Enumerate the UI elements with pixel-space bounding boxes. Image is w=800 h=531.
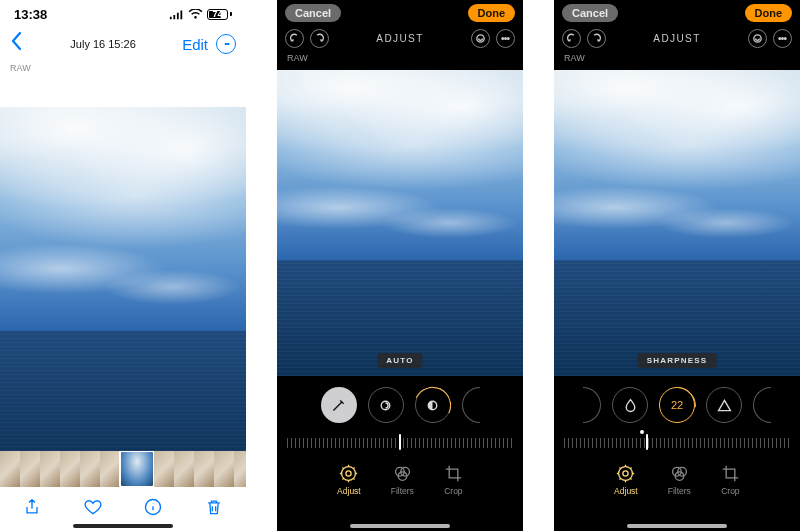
value-ruler[interactable] bbox=[277, 434, 523, 458]
editor-top-bar: Cancel Done bbox=[277, 0, 523, 26]
ruler-origin-dot bbox=[640, 430, 644, 434]
adjustment-dials[interactable]: 22 bbox=[554, 376, 800, 434]
definition-dial[interactable] bbox=[706, 387, 742, 423]
back-button[interactable] bbox=[10, 31, 24, 57]
svg-point-4 bbox=[507, 37, 509, 39]
svg-point-17 bbox=[623, 471, 628, 476]
svg-point-13 bbox=[779, 37, 781, 39]
svg-point-8 bbox=[346, 471, 351, 476]
next-dial-peek[interactable] bbox=[462, 387, 480, 423]
photo-preview[interactable]: AUTO bbox=[277, 70, 523, 376]
more-options-button[interactable] bbox=[496, 29, 515, 48]
raw-badge: RAW bbox=[554, 50, 800, 69]
edit-button[interactable]: Edit bbox=[182, 36, 208, 53]
home-indicator[interactable] bbox=[627, 524, 727, 528]
ruler-cursor[interactable] bbox=[399, 434, 401, 450]
editor-screen-sharpness: Cancel Done ADJUST RAW SHARPNESS 22 bbox=[554, 0, 800, 531]
exposure-dial[interactable] bbox=[368, 387, 404, 423]
editor-tabs: Adjust Filters Crop bbox=[277, 458, 523, 512]
photos-viewer-screen: 13:38 74 July 16 15:26 Edit ··· RAW bbox=[0, 0, 246, 531]
tab-filters[interactable]: Filters bbox=[668, 464, 691, 496]
wifi-icon bbox=[188, 9, 203, 20]
raw-badge: RAW bbox=[0, 60, 246, 79]
svg-point-6 bbox=[428, 401, 437, 410]
home-indicator[interactable] bbox=[73, 524, 173, 528]
undo-button[interactable] bbox=[285, 29, 304, 48]
prev-dial-peek[interactable] bbox=[583, 387, 601, 423]
battery-indicator: 74 bbox=[207, 9, 232, 20]
more-button[interactable]: ··· bbox=[216, 34, 236, 54]
thumbnail-selected[interactable] bbox=[120, 451, 154, 487]
thumbnail-strip[interactable] bbox=[0, 451, 246, 487]
parameter-label: AUTO bbox=[377, 353, 422, 368]
sharpness-dial[interactable]: 22 bbox=[659, 387, 695, 423]
more-options-button[interactable] bbox=[773, 29, 792, 48]
markup-button[interactable] bbox=[471, 29, 490, 48]
markup-button[interactable] bbox=[748, 29, 767, 48]
share-button[interactable] bbox=[22, 497, 42, 521]
favorite-button[interactable] bbox=[83, 497, 103, 521]
next-dial-peek[interactable] bbox=[753, 387, 771, 423]
undo-button[interactable] bbox=[562, 29, 581, 48]
editor-top-bar: Cancel Done bbox=[554, 0, 800, 26]
delete-button[interactable] bbox=[204, 497, 224, 521]
svg-point-12 bbox=[754, 34, 761, 41]
home-indicator[interactable] bbox=[350, 524, 450, 528]
svg-point-14 bbox=[782, 37, 784, 39]
mode-title: ADJUST bbox=[376, 33, 423, 44]
editor-sub-bar: ADJUST bbox=[277, 26, 523, 50]
cancel-button[interactable]: Cancel bbox=[562, 4, 618, 22]
done-button[interactable]: Done bbox=[745, 4, 793, 22]
svg-point-15 bbox=[784, 37, 786, 39]
status-indicators: 74 bbox=[169, 9, 232, 20]
raw-badge: RAW bbox=[277, 50, 523, 69]
redo-button[interactable] bbox=[310, 29, 329, 48]
svg-point-2 bbox=[502, 37, 504, 39]
sharpness-value: 22 bbox=[671, 399, 683, 411]
tab-crop[interactable]: Crop bbox=[444, 464, 463, 496]
auto-dial[interactable] bbox=[321, 387, 357, 423]
tint-dial[interactable] bbox=[612, 387, 648, 423]
photo-date: July 16 15:26 bbox=[24, 38, 182, 50]
status-bar: 13:38 74 bbox=[0, 0, 246, 28]
editor-tabs: Adjust Filters Crop bbox=[554, 458, 800, 512]
editor-sub-bar: ADJUST bbox=[554, 26, 800, 50]
ruler-cursor[interactable] bbox=[646, 434, 648, 450]
photo-preview[interactable]: SHARPNESS bbox=[554, 70, 800, 376]
redo-button[interactable] bbox=[587, 29, 606, 48]
nav-bar: July 16 15:26 Edit ··· bbox=[0, 28, 246, 60]
tab-adjust[interactable]: Adjust bbox=[337, 464, 361, 496]
photo-preview[interactable] bbox=[0, 107, 246, 467]
mode-title: ADJUST bbox=[653, 33, 700, 44]
tab-adjust[interactable]: Adjust bbox=[614, 464, 638, 496]
done-button[interactable]: Done bbox=[468, 4, 516, 22]
svg-point-1 bbox=[477, 34, 484, 41]
svg-point-3 bbox=[505, 37, 507, 39]
cellular-icon bbox=[169, 9, 184, 20]
editor-screen-auto: Cancel Done ADJUST RAW AUTO bbox=[277, 0, 523, 531]
adjustment-dials[interactable] bbox=[277, 376, 523, 434]
tab-filters[interactable]: Filters bbox=[391, 464, 414, 496]
parameter-label: SHARPNESS bbox=[638, 353, 717, 368]
info-button[interactable] bbox=[143, 497, 163, 521]
tab-crop[interactable]: Crop bbox=[721, 464, 740, 496]
cancel-button[interactable]: Cancel bbox=[285, 4, 341, 22]
value-ruler[interactable] bbox=[554, 434, 800, 458]
brilliance-dial[interactable] bbox=[415, 387, 451, 423]
status-time: 13:38 bbox=[14, 7, 47, 22]
